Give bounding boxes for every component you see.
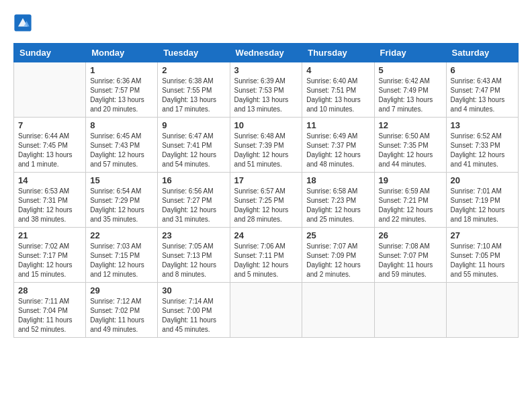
calendar-cell: 21Sunrise: 7:02 AM Sunset: 7:17 PM Dayli… (14, 228, 86, 283)
weekday-header-tuesday: Tuesday (158, 44, 230, 62)
calendar-cell: 15Sunrise: 6:54 AM Sunset: 7:29 PM Dayli… (86, 173, 158, 228)
calendar-cell: 7Sunrise: 6:44 AM Sunset: 7:45 PM Daylig… (14, 118, 86, 173)
calendar-cell: 28Sunrise: 7:11 AM Sunset: 7:04 PM Dayli… (14, 283, 86, 338)
day-number: 10 (234, 120, 298, 130)
day-number: 26 (379, 230, 442, 240)
calendar-week-row: 28Sunrise: 7:11 AM Sunset: 7:04 PM Dayli… (14, 283, 519, 338)
weekday-header-saturday: Saturday (446, 44, 518, 62)
calendar-cell: 14Sunrise: 6:53 AM Sunset: 7:31 PM Dayli… (14, 173, 86, 228)
day-number: 3 (234, 65, 298, 75)
day-info: Sunrise: 7:02 AM Sunset: 7:17 PM Dayligh… (18, 242, 81, 279)
day-number: 5 (379, 65, 442, 75)
calendar-cell: 23Sunrise: 7:05 AM Sunset: 7:13 PM Dayli… (158, 228, 230, 283)
calendar-cell (302, 283, 374, 338)
calendar-cell: 1Sunrise: 6:36 AM Sunset: 7:57 PM Daylig… (86, 62, 158, 118)
day-number: 15 (90, 175, 153, 185)
day-info: Sunrise: 7:06 AM Sunset: 7:11 PM Dayligh… (234, 242, 298, 279)
day-info: Sunrise: 7:12 AM Sunset: 7:02 PM Dayligh… (90, 297, 153, 334)
weekday-header-thursday: Thursday (302, 44, 374, 62)
weekday-header-friday: Friday (374, 44, 446, 62)
calendar-cell (374, 283, 446, 338)
day-number: 7 (18, 120, 81, 130)
day-info: Sunrise: 6:53 AM Sunset: 7:31 PM Dayligh… (18, 187, 81, 224)
calendar-week-row: 14Sunrise: 6:53 AM Sunset: 7:31 PM Dayli… (14, 173, 519, 228)
weekday-header-monday: Monday (86, 44, 158, 62)
day-info: Sunrise: 7:01 AM Sunset: 7:19 PM Dayligh… (451, 187, 514, 224)
day-number: 12 (379, 120, 442, 130)
day-info: Sunrise: 7:07 AM Sunset: 7:09 PM Dayligh… (306, 242, 369, 279)
day-number: 16 (162, 175, 225, 185)
calendar-cell: 8Sunrise: 6:45 AM Sunset: 7:43 PM Daylig… (86, 118, 158, 173)
day-number: 13 (451, 120, 514, 130)
day-info: Sunrise: 6:47 AM Sunset: 7:41 PM Dayligh… (162, 132, 225, 169)
logo-icon (13, 13, 32, 32)
day-number: 14 (18, 175, 81, 185)
weekday-header-wednesday: Wednesday (230, 44, 302, 62)
calendar-cell: 5Sunrise: 6:42 AM Sunset: 7:49 PM Daylig… (374, 62, 446, 118)
calendar-cell: 26Sunrise: 7:08 AM Sunset: 7:07 PM Dayli… (374, 228, 446, 283)
calendar-cell: 10Sunrise: 6:48 AM Sunset: 7:39 PM Dayli… (230, 118, 302, 173)
day-number: 20 (451, 175, 514, 185)
calendar-cell: 9Sunrise: 6:47 AM Sunset: 7:41 PM Daylig… (158, 118, 230, 173)
weekday-header-sunday: Sunday (14, 44, 86, 62)
logo (13, 13, 35, 32)
calendar-cell: 16Sunrise: 6:56 AM Sunset: 7:27 PM Dayli… (158, 173, 230, 228)
day-info: Sunrise: 6:44 AM Sunset: 7:45 PM Dayligh… (18, 132, 81, 169)
day-number: 17 (234, 175, 298, 185)
calendar-cell (230, 283, 302, 338)
day-info: Sunrise: 6:39 AM Sunset: 7:53 PM Dayligh… (234, 77, 298, 114)
day-number: 2 (162, 65, 225, 75)
day-number: 8 (90, 120, 153, 130)
calendar-cell: 12Sunrise: 6:50 AM Sunset: 7:35 PM Dayli… (374, 118, 446, 173)
calendar-cell: 19Sunrise: 6:59 AM Sunset: 7:21 PM Dayli… (374, 173, 446, 228)
calendar-cell: 13Sunrise: 6:52 AM Sunset: 7:33 PM Dayli… (446, 118, 518, 173)
day-number: 11 (306, 120, 369, 130)
calendar-cell: 25Sunrise: 7:07 AM Sunset: 7:09 PM Dayli… (302, 228, 374, 283)
day-info: Sunrise: 6:54 AM Sunset: 7:29 PM Dayligh… (90, 187, 153, 224)
day-number: 30 (162, 285, 225, 295)
calendar-cell: 6Sunrise: 6:43 AM Sunset: 7:47 PM Daylig… (446, 62, 518, 118)
calendar-week-row: 1Sunrise: 6:36 AM Sunset: 7:57 PM Daylig… (14, 62, 519, 118)
day-info: Sunrise: 7:10 AM Sunset: 7:05 PM Dayligh… (451, 242, 514, 279)
calendar-cell: 3Sunrise: 6:39 AM Sunset: 7:53 PM Daylig… (230, 62, 302, 118)
day-info: Sunrise: 6:52 AM Sunset: 7:33 PM Dayligh… (451, 132, 514, 169)
day-info: Sunrise: 6:50 AM Sunset: 7:35 PM Dayligh… (379, 132, 442, 169)
day-number: 27 (451, 230, 514, 240)
calendar-cell: 4Sunrise: 6:40 AM Sunset: 7:51 PM Daylig… (302, 62, 374, 118)
day-number: 29 (90, 285, 153, 295)
day-info: Sunrise: 6:42 AM Sunset: 7:49 PM Dayligh… (379, 77, 442, 114)
day-number: 1 (90, 65, 153, 75)
day-info: Sunrise: 6:59 AM Sunset: 7:21 PM Dayligh… (379, 187, 442, 224)
day-number: 24 (234, 230, 298, 240)
calendar-cell: 18Sunrise: 6:58 AM Sunset: 7:23 PM Dayli… (302, 173, 374, 228)
day-number: 19 (379, 175, 442, 185)
day-info: Sunrise: 6:36 AM Sunset: 7:57 PM Dayligh… (90, 77, 153, 114)
day-info: Sunrise: 7:03 AM Sunset: 7:15 PM Dayligh… (90, 242, 153, 279)
day-number: 21 (18, 230, 81, 240)
calendar-cell: 24Sunrise: 7:06 AM Sunset: 7:11 PM Dayli… (230, 228, 302, 283)
calendar-cell: 11Sunrise: 6:49 AM Sunset: 7:37 PM Dayli… (302, 118, 374, 173)
day-info: Sunrise: 7:05 AM Sunset: 7:13 PM Dayligh… (162, 242, 225, 279)
calendar-cell: 27Sunrise: 7:10 AM Sunset: 7:05 PM Dayli… (446, 228, 518, 283)
calendar-week-row: 7Sunrise: 6:44 AM Sunset: 7:45 PM Daylig… (14, 118, 519, 173)
calendar-cell (14, 62, 86, 118)
day-number: 6 (451, 65, 514, 75)
calendar-cell: 20Sunrise: 7:01 AM Sunset: 7:19 PM Dayli… (446, 173, 518, 228)
day-info: Sunrise: 7:14 AM Sunset: 7:00 PM Dayligh… (162, 297, 225, 334)
calendar-week-row: 21Sunrise: 7:02 AM Sunset: 7:17 PM Dayli… (14, 228, 519, 283)
day-info: Sunrise: 7:08 AM Sunset: 7:07 PM Dayligh… (379, 242, 442, 279)
day-number: 4 (306, 65, 369, 75)
day-info: Sunrise: 7:11 AM Sunset: 7:04 PM Dayligh… (18, 297, 81, 334)
calendar-cell (446, 283, 518, 338)
calendar-header: SundayMondayTuesdayWednesdayThursdayFrid… (14, 44, 519, 62)
day-info: Sunrise: 6:57 AM Sunset: 7:25 PM Dayligh… (234, 187, 298, 224)
calendar-table: SundayMondayTuesdayWednesdayThursdayFrid… (13, 43, 519, 338)
page-header (13, 13, 519, 32)
day-info: Sunrise: 6:58 AM Sunset: 7:23 PM Dayligh… (306, 187, 369, 224)
day-number: 22 (90, 230, 153, 240)
day-info: Sunrise: 6:48 AM Sunset: 7:39 PM Dayligh… (234, 132, 298, 169)
calendar-cell: 29Sunrise: 7:12 AM Sunset: 7:02 PM Dayli… (86, 283, 158, 338)
day-info: Sunrise: 6:49 AM Sunset: 7:37 PM Dayligh… (306, 132, 369, 169)
day-info: Sunrise: 6:40 AM Sunset: 7:51 PM Dayligh… (306, 77, 369, 114)
calendar-cell: 2Sunrise: 6:38 AM Sunset: 7:55 PM Daylig… (158, 62, 230, 118)
